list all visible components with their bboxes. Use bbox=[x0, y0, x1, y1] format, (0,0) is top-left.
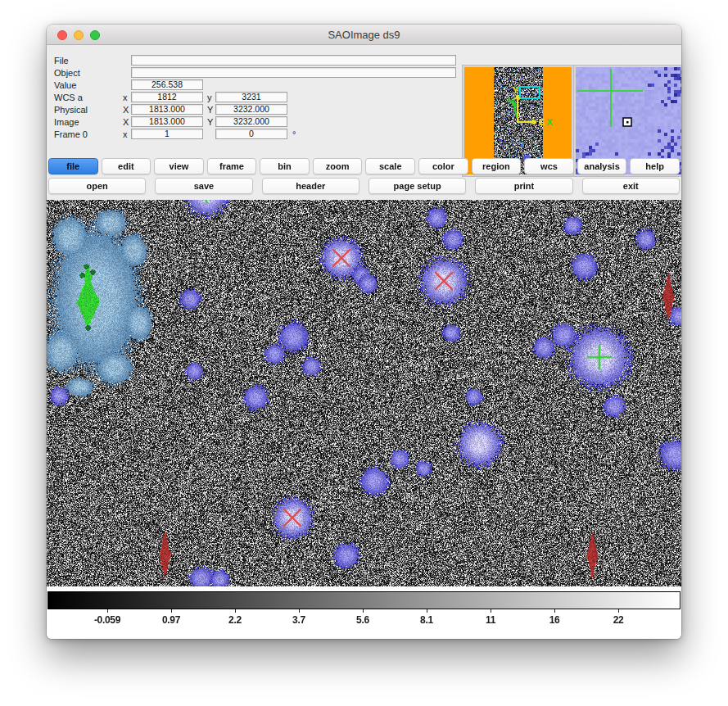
menu-button-color[interactable]: color bbox=[418, 158, 468, 174]
menu-button-zoom[interactable]: zoom bbox=[313, 158, 363, 174]
colorbar-gradient[interactable] bbox=[47, 591, 681, 609]
colorbar-tick-label: -0.059 bbox=[94, 614, 120, 626]
image-display-canvas[interactable] bbox=[47, 200, 681, 586]
colorbar-tick bbox=[554, 609, 555, 613]
info-field-image-1[interactable]: 1813.000 bbox=[131, 116, 203, 127]
info-row-object: Object bbox=[47, 67, 505, 79]
info-field-frame-0-2[interactable]: 0 bbox=[215, 129, 287, 139]
menu-button-open[interactable]: open bbox=[48, 178, 146, 194]
info-field-wcs-a-2[interactable]: 3231 bbox=[215, 92, 287, 102]
info-field-object-1[interactable] bbox=[131, 67, 456, 78]
menu-button-view[interactable]: view bbox=[154, 158, 204, 174]
info-sublabel-image-2: Y bbox=[207, 117, 213, 127]
colorbar-tick-label: 11 bbox=[486, 614, 495, 626]
info-sublabel-image-1: X bbox=[123, 117, 129, 127]
colorbar-tick-label: 0.97 bbox=[162, 614, 180, 626]
colorbar-tick bbox=[171, 609, 172, 613]
colorbar-tick bbox=[107, 609, 108, 613]
colorbar-tick-label: 22 bbox=[613, 614, 624, 626]
titlebar[interactable]: SAOImage ds9 bbox=[47, 25, 681, 45]
info-panel: FileObjectValue256.538WCS ax1812y3231Phy… bbox=[47, 45, 681, 158]
info-field-wcs-a-1[interactable]: 1812 bbox=[131, 92, 203, 102]
menu-bar-primary: fileeditviewframebinzoomscalecolorregion… bbox=[48, 158, 680, 175]
colorbar-tick-label: 5.6 bbox=[356, 614, 369, 626]
menu-button-save[interactable]: save bbox=[155, 178, 252, 194]
menu-button-file[interactable]: file bbox=[48, 158, 98, 174]
info-label-image: Image bbox=[54, 117, 79, 127]
info-sublabel-physical-1: X bbox=[123, 105, 129, 115]
ds9-window: SAOImage ds9 FileObjectValue256.538WCS a… bbox=[47, 25, 681, 639]
info-row-image: ImageX1813.000Y3232.000 bbox=[47, 116, 505, 128]
colorbar-tick bbox=[299, 609, 300, 613]
menu-bar-secondary: opensaveheaderpage setupprintexit bbox=[48, 178, 680, 195]
colorbar-tick bbox=[427, 609, 427, 613]
info-label-file: File bbox=[54, 56, 69, 66]
menu-button-bin[interactable]: bin bbox=[260, 158, 310, 174]
colorbar-tick-label: 2.2 bbox=[228, 614, 242, 626]
menu-button-help[interactable]: help bbox=[630, 158, 680, 174]
info-row-physical: PhysicalX1813.000Y3232.000 bbox=[47, 104, 505, 115]
info-label-value: Value bbox=[54, 80, 76, 90]
degree-symbol: ° bbox=[292, 129, 296, 139]
info-field-physical-1[interactable]: 1813.000 bbox=[131, 104, 203, 115]
colorbar-tick-label: 8.1 bbox=[420, 614, 433, 626]
info-label-physical: Physical bbox=[54, 105, 88, 115]
menu-button-print[interactable]: print bbox=[475, 178, 572, 194]
colorbar-tick-label: 16 bbox=[549, 614, 560, 626]
info-field-value-1[interactable]: 256.538 bbox=[131, 79, 203, 90]
colorbar-tick bbox=[618, 609, 619, 613]
colorbar-tick bbox=[491, 609, 491, 613]
menu-button-page-setup[interactable]: page setup bbox=[369, 178, 466, 194]
info-sublabel-wcs-a-1: x bbox=[123, 93, 128, 102]
info-label-object: Object bbox=[54, 68, 80, 78]
info-label-wcs-a: WCS a bbox=[54, 93, 83, 102]
menu-button-edit[interactable]: edit bbox=[102, 158, 151, 174]
info-sublabel-physical-2: Y bbox=[207, 105, 213, 115]
info-field-file-1[interactable] bbox=[131, 55, 456, 66]
info-label-frame-0: Frame 0 bbox=[54, 129, 88, 139]
info-row-frame-0: Frame 0x10° bbox=[47, 129, 505, 140]
info-field-frame-0-1[interactable]: 1 bbox=[131, 129, 203, 139]
menu-button-scale[interactable]: scale bbox=[365, 158, 415, 174]
menu-button-wcs[interactable]: wcs bbox=[524, 158, 574, 174]
menu-button-region[interactable]: region bbox=[472, 158, 522, 174]
info-field-physical-2[interactable]: 3232.000 bbox=[215, 104, 287, 115]
info-sublabel-wcs-a-2: y bbox=[207, 93, 212, 102]
window-title: SAOImage ds9 bbox=[47, 29, 681, 41]
info-row-wcs-a: WCS ax1812y3231 bbox=[47, 92, 505, 103]
info-field-image-2[interactable]: 3232.000 bbox=[215, 116, 287, 127]
menu-button-header[interactable]: header bbox=[262, 178, 359, 194]
colorbar-tick bbox=[363, 609, 364, 613]
colorbar-tick-label: 3.7 bbox=[292, 614, 305, 626]
menu-button-frame[interactable]: frame bbox=[207, 158, 257, 174]
colorbar-panel: -0.0590.972.23.75.68.1111622 bbox=[47, 586, 681, 639]
menu-button-analysis[interactable]: analysis bbox=[577, 158, 627, 174]
menu-button-exit[interactable]: exit bbox=[582, 178, 680, 194]
info-sublabel-frame-0-1: x bbox=[123, 129, 128, 139]
info-row-value: Value256.538 bbox=[47, 79, 505, 91]
colorbar-tick bbox=[235, 609, 236, 613]
info-row-file: File bbox=[47, 55, 505, 66]
